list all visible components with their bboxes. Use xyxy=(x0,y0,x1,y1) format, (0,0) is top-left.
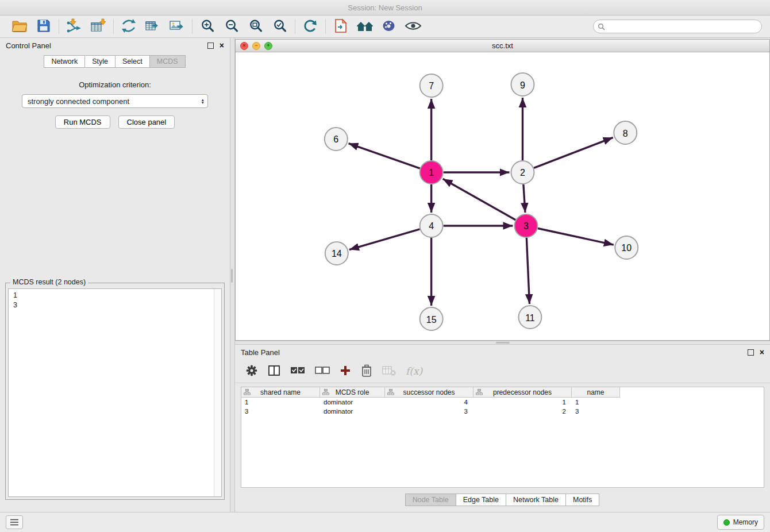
zoom-out-button[interactable] xyxy=(222,17,241,36)
deselect-all-button[interactable] xyxy=(315,366,330,377)
task-history-button[interactable] xyxy=(6,515,23,529)
select-all-button[interactable] xyxy=(290,366,305,377)
show-columns-button[interactable] xyxy=(268,364,280,379)
close-panel-icon[interactable]: × xyxy=(760,348,764,356)
graph-edge-2-8[interactable] xyxy=(534,137,613,168)
zoom-selected-button[interactable] xyxy=(270,17,290,36)
graph-node-4[interactable]: 4 xyxy=(420,214,443,237)
splitter-grip[interactable] xyxy=(496,342,510,344)
export-table-button[interactable] xyxy=(143,17,163,36)
minimize-window-icon[interactable]: − xyxy=(252,42,260,50)
zoom-in-button[interactable] xyxy=(198,17,217,36)
network-window-titlebar[interactable]: × − + scc.txt xyxy=(236,40,769,52)
horizontal-splitter[interactable] xyxy=(235,341,770,345)
open-file-button[interactable] xyxy=(331,17,351,36)
apply-layout-button[interactable] xyxy=(301,17,320,36)
cell-predecessor-nodes[interactable]: 1 xyxy=(473,399,572,406)
table-empty-area xyxy=(241,416,764,487)
float-panel-icon[interactable] xyxy=(748,349,754,356)
tab-network[interactable]: Network xyxy=(44,55,85,68)
criterion-dropdown[interactable]: strongly connected component ▲▼ xyxy=(22,94,208,108)
graph-node-label: 3 xyxy=(523,221,529,231)
function-builder-button[interactable]: f(x) xyxy=(406,365,422,377)
network-graph[interactable]: 7968124314101511 xyxy=(236,52,769,340)
column-header-mcds-role[interactable]: MCDS role xyxy=(320,387,385,398)
delete-row-button[interactable] xyxy=(361,364,372,379)
graph-edge-3-1[interactable] xyxy=(443,179,516,219)
float-panel-icon[interactable] xyxy=(207,43,214,49)
tab-edge-table[interactable]: Edge Table xyxy=(456,494,506,506)
show-graphics-details-button[interactable] xyxy=(403,17,423,36)
graph-node-9[interactable]: 9 xyxy=(511,73,534,96)
cell-successor-nodes[interactable]: 4 xyxy=(385,399,473,406)
search-input[interactable] xyxy=(593,20,762,33)
column-header-successor-nodes[interactable]: successor nodes xyxy=(385,387,473,398)
cell-mcds-role[interactable]: dominator xyxy=(320,408,385,415)
tab-node-table[interactable]: Node Table xyxy=(405,494,456,506)
home-button[interactable] xyxy=(355,17,375,36)
cell-shared-name[interactable]: 3 xyxy=(241,408,320,415)
tab-style[interactable]: Style xyxy=(84,55,116,68)
trash-icon xyxy=(361,364,372,379)
import-network-button[interactable] xyxy=(64,17,84,36)
maximize-window-icon[interactable]: + xyxy=(264,42,272,50)
network-canvas[interactable]: 7968124314101511 xyxy=(236,52,769,340)
graph-node-15[interactable]: 15 xyxy=(420,307,443,330)
export-image-button[interactable] xyxy=(167,17,187,36)
tab-select[interactable]: Select xyxy=(115,55,150,68)
tab-mcds[interactable]: MCDS xyxy=(149,55,186,68)
export-network-button[interactable] xyxy=(119,17,138,36)
table-settings-button[interactable] xyxy=(245,364,258,379)
column-header-shared-name[interactable]: shared name xyxy=(241,387,320,398)
titlebar[interactable]: Session: New Session xyxy=(0,0,770,16)
graph-node-8[interactable]: 8 xyxy=(614,121,637,144)
graph-node-2[interactable]: 2 xyxy=(511,161,534,184)
graph-node-6[interactable]: 6 xyxy=(325,128,348,151)
graph-node-14[interactable]: 14 xyxy=(325,242,348,265)
zoom-fit-button[interactable] xyxy=(246,17,265,36)
tab-motifs[interactable]: Motifs xyxy=(565,494,599,506)
style-palette-icon xyxy=(382,19,396,34)
close-panel-button[interactable]: Close panel xyxy=(118,115,175,129)
add-row-button[interactable] xyxy=(340,365,351,378)
graph-edge-2-3[interactable] xyxy=(523,184,525,213)
save-session-button[interactable] xyxy=(34,17,53,36)
graph-edge-1-6[interactable] xyxy=(348,144,419,169)
cell-mcds-role[interactable]: dominator xyxy=(320,399,385,406)
splitter-grip[interactable] xyxy=(231,269,233,283)
graph-edge-4-14[interactable] xyxy=(349,229,420,250)
close-window-icon[interactable]: × xyxy=(240,42,248,50)
memory-button[interactable]: Memory xyxy=(717,515,764,530)
result-scrollbar[interactable] xyxy=(214,289,221,496)
graph-node-10[interactable]: 10 xyxy=(615,236,638,259)
import-table-button[interactable] xyxy=(88,17,108,36)
run-mcds-button[interactable]: Run MCDS xyxy=(55,115,110,129)
graph-edge-3-10[interactable] xyxy=(538,229,614,245)
graph-node-11[interactable]: 11 xyxy=(518,306,541,329)
cell-predecessor-nodes[interactable]: 2 xyxy=(473,408,572,415)
mcds-panel-content: Optimization criterion: strongly connect… xyxy=(0,68,230,512)
graph-edge-3-11[interactable] xyxy=(526,238,529,304)
mcds-result-area[interactable]: 1 3 xyxy=(8,288,222,497)
cell-name[interactable]: 1 xyxy=(572,399,620,406)
column-header-predecessor-nodes[interactable]: predecessor nodes xyxy=(473,387,572,398)
list-icon xyxy=(10,518,19,526)
vertical-splitter[interactable] xyxy=(230,38,235,512)
delete-table-button[interactable] xyxy=(382,365,396,378)
close-panel-icon[interactable]: × xyxy=(220,41,224,49)
cell-shared-name[interactable]: 1 xyxy=(241,399,320,406)
zoom-in-icon xyxy=(200,18,215,35)
graph-node-1[interactable]: 1 xyxy=(420,161,443,184)
apply-style-button[interactable] xyxy=(379,17,399,36)
cell-successor-nodes[interactable]: 3 xyxy=(385,408,473,415)
tab-network-table[interactable]: Network Table xyxy=(506,494,566,506)
table-row[interactable]: 3 dominator 3 2 3 xyxy=(241,407,764,416)
graph-node-3[interactable]: 3 xyxy=(514,214,537,237)
cell-name[interactable]: 3 xyxy=(572,408,620,415)
open-session-button[interactable] xyxy=(10,17,29,36)
graph-node-7[interactable]: 7 xyxy=(420,74,443,97)
column-header-name[interactable]: name xyxy=(572,387,620,398)
columns-icon xyxy=(268,364,280,379)
table-row[interactable]: 1 dominator 4 1 1 xyxy=(241,398,764,407)
deselect-all-icon xyxy=(315,366,330,377)
